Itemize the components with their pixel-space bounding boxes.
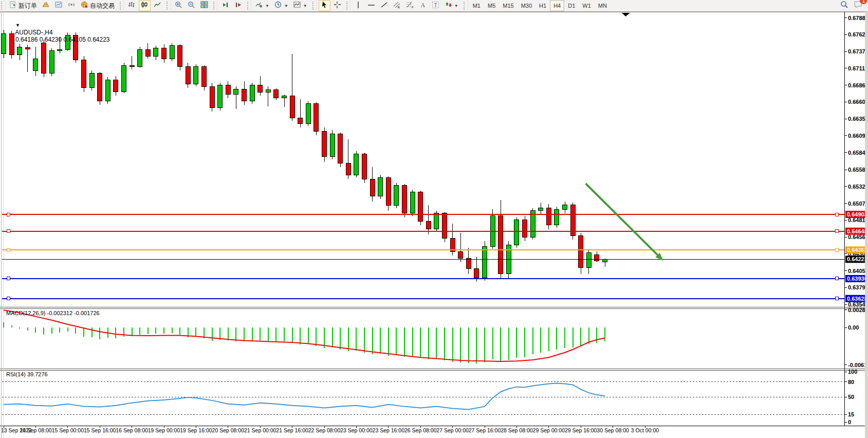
dropdown-caret-icon[interactable]: ▼ [284, 4, 288, 8]
timeframe-h4-button[interactable]: H4 [550, 0, 564, 11]
line-anchor-handle[interactable] [835, 230, 838, 233]
timeframe-m15-button[interactable]: M15 [499, 0, 517, 11]
candle-body [250, 85, 254, 101]
chart-title: ▼ AUDUSD-,H4 0.64186 0.64230 0.64105 0.6… [5, 14, 110, 50]
templates-button[interactable]: ▼ [291, 0, 309, 11]
text-a-icon: A [419, 1, 427, 10]
candle-body [306, 104, 310, 124]
candle-body [362, 154, 367, 179]
hline-icon [367, 1, 375, 10]
line-anchor-handle[interactable] [7, 297, 10, 300]
candle-body [162, 48, 167, 59]
candle-body [266, 90, 270, 93]
horizontal-line-button[interactable] [365, 0, 377, 11]
chart-shift-button[interactable] [232, 0, 244, 11]
button-label: 自动交易 [90, 2, 115, 10]
candle-body [298, 118, 303, 123]
toolbar-group: ▼▼▼ [251, 0, 311, 12]
timeframe-m5-button[interactable]: M5 [484, 0, 499, 11]
svg-text:29 Sep 16:00: 29 Sep 16:00 [565, 427, 597, 433]
svg-text:80: 80 [848, 379, 854, 385]
toolbar-group [123, 0, 165, 12]
line-anchor-handle[interactable] [835, 213, 838, 216]
timeframe-d1-button[interactable]: D1 [564, 0, 579, 11]
candle-body [450, 239, 455, 252]
chart-shift-icon [234, 1, 242, 10]
fibonacci-button[interactable]: F [404, 0, 416, 11]
trendline-button[interactable] [378, 0, 390, 11]
candle-body [290, 96, 294, 118]
svg-text:T: T [434, 3, 437, 8]
line-anchor-handle[interactable] [835, 277, 838, 280]
dropdown-caret-icon[interactable]: ▼ [454, 4, 458, 8]
toolbar-group: 新订单自动交易 [5, 0, 119, 12]
candlestick-icon [141, 1, 149, 10]
equidistant-channel-button[interactable]: E [391, 0, 403, 11]
candle-body [170, 46, 174, 59]
arrows-button[interactable]: ▼ [442, 0, 460, 11]
zoom-out-button[interactable] [186, 0, 197, 11]
svg-text:0.00: 0.00 [848, 324, 859, 331]
text-button[interactable]: A [417, 0, 429, 11]
open-chart-button[interactable] [53, 0, 65, 11]
candle-body [458, 251, 463, 258]
zoom-in-icon [175, 1, 182, 10]
dropdown-arrow-icon[interactable]: ▼ [15, 23, 20, 28]
svg-text:15 Sep 16:00: 15 Sep 16:00 [84, 427, 116, 433]
search-button[interactable] [840, 1, 848, 11]
tile-windows-button[interactable] [198, 0, 210, 11]
line-anchor-handle[interactable] [835, 297, 838, 300]
signals-button[interactable] [66, 0, 78, 11]
timeframe-m1-button[interactable]: M1 [469, 0, 484, 11]
crosshair-button[interactable] [331, 0, 343, 11]
chat-button[interactable]: 1 [854, 1, 863, 11]
svg-text:14 Sep 08:00: 14 Sep 08:00 [20, 427, 52, 433]
candle-body [595, 255, 599, 261]
zoom-in-button[interactable] [173, 0, 184, 11]
line-anchor-handle[interactable] [7, 248, 10, 251]
svg-text:0: 0 [848, 419, 851, 425]
gold-icon [42, 1, 50, 10]
timeframe-w1-button[interactable]: W1 [579, 0, 595, 11]
dropdown-caret-icon[interactable]: ▼ [303, 4, 307, 8]
line-anchor-handle[interactable] [835, 248, 838, 251]
line-chart-button[interactable] [152, 0, 163, 11]
vertical-line-button[interactable] [353, 0, 364, 11]
line-anchor-handle[interactable] [7, 230, 10, 233]
svg-text:19 Sep 16:00: 19 Sep 16:00 [180, 427, 212, 433]
candle-body [523, 220, 527, 237]
candle-body [378, 177, 383, 196]
template-icon [293, 1, 301, 10]
timeframe-m30-button[interactable]: M30 [518, 0, 535, 11]
svg-text:27 Sep 00:00: 27 Sep 00:00 [436, 427, 469, 433]
autotrading-button[interactable]: 自动交易 [79, 0, 117, 11]
indicators-button[interactable]: ▼ [253, 0, 271, 11]
svg-text:26 Sep 08:00: 26 Sep 08:00 [404, 427, 437, 433]
text-label-button[interactable]: T [430, 0, 441, 11]
line-anchor-handle[interactable] [7, 277, 10, 280]
timeframe-h1-button[interactable]: H1 [535, 0, 550, 11]
cursor-button[interactable] [319, 0, 330, 11]
candle-body [603, 259, 607, 262]
toolbar-separator [1, 2, 4, 10]
candle-body [466, 258, 471, 269]
new-order-button[interactable]: 新订单 [7, 0, 39, 11]
trendline-icon [380, 1, 388, 10]
svg-text:0.63930: 0.63930 [847, 276, 867, 282]
candle-body [426, 221, 431, 229]
periods-button[interactable]: ▼ [272, 0, 290, 11]
svg-text:28 Sep 08:00: 28 Sep 08:00 [501, 427, 533, 433]
svg-text:29 Sep 00:00: 29 Sep 00:00 [533, 427, 565, 433]
auto-scroll-button[interactable] [219, 0, 231, 11]
fibo-icon: F [406, 1, 414, 10]
candle-body [410, 192, 415, 213]
toolbar-separator [120, 2, 122, 10]
line-anchor-handle[interactable] [7, 213, 10, 216]
gold-button[interactable] [40, 0, 52, 11]
candlestick-chart-button[interactable] [139, 0, 151, 11]
bar-chart-button[interactable] [126, 0, 138, 11]
timeframe-mn-button[interactable]: MN [595, 0, 611, 11]
candle-body [89, 74, 94, 88]
svg-text:0.64362: 0.64362 [847, 247, 867, 253]
dropdown-caret-icon[interactable]: ▼ [265, 4, 269, 8]
